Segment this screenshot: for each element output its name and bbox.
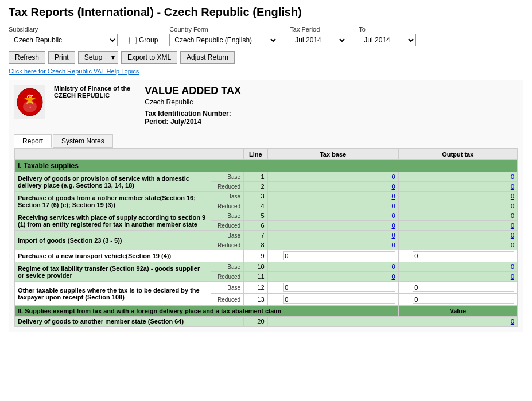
outputtax-12-input[interactable] (413, 283, 514, 292)
country-form-select[interactable]: Czech Republic (English) (169, 34, 278, 46)
section2-header-row: II. Supplies exempt from tax and with a … (15, 306, 518, 317)
print-button[interactable]: Print (48, 51, 75, 64)
table-row: Import of goods (Section 23 (3 - 5)) Bas… (15, 231, 518, 240)
tab-system-notes[interactable]: System Notes (53, 134, 113, 148)
svg-text:⚜: ⚜ (28, 106, 31, 109)
outputtax-13-input[interactable] (413, 295, 514, 304)
tab-content: Line Tax base Output tax I. Taxable supp… (14, 149, 518, 327)
refresh-button[interactable]: Refresh (9, 51, 45, 64)
section1-header-row: I. Taxable supplies (15, 160, 518, 172)
group-checkbox[interactable] (129, 37, 137, 44)
export-to-xml-button[interactable]: Export to XML (121, 51, 177, 64)
country-form-label: Country Form (169, 26, 278, 33)
setup-button[interactable]: Setup (78, 51, 108, 64)
table-row: Other taxable supplies where the tax is … (15, 282, 518, 294)
col-line: Line (244, 149, 267, 160)
subsidiary-label: Subsidiary (9, 26, 118, 33)
help-link[interactable]: Click here for Czech Republic VAT Help T… (9, 68, 139, 75)
table-row: Purchase of goods from a nother member s… (15, 192, 518, 201)
col-taxbase: Tax base (267, 149, 398, 160)
group-label: Group (139, 36, 158, 44)
taxbase-12-input[interactable] (283, 283, 395, 292)
setup-dropdown-arrow[interactable]: ▾ (108, 51, 118, 64)
ministry-logo: CZ ⚜ (14, 85, 45, 119)
col-type (211, 149, 244, 160)
page-title: Tax Reports (International) - Czech Repu… (9, 6, 523, 19)
taxbase-9-input[interactable] (283, 251, 395, 260)
ministry-text: Ministry of Finance of the CZECH REPUBLI… (54, 85, 130, 99)
table-row: Delivery of goods or provision of servic… (15, 172, 518, 182)
adjust-return-button[interactable]: Adjust Return (180, 51, 235, 64)
to-label: To (359, 26, 416, 33)
tax-period-label: Tax Period (290, 26, 347, 33)
tax-period-select[interactable]: Jul 2014 (290, 34, 347, 46)
tabs: Report System Notes (14, 134, 518, 149)
table-row: Receiving services with place of supply … (15, 211, 518, 221)
col-outputtax: Output tax (398, 149, 517, 160)
to-select[interactable]: Jul 2014 (359, 34, 416, 46)
table-row: Regime of tax liability transfer (Sectio… (15, 262, 518, 272)
outputtax-9-input[interactable] (413, 251, 514, 260)
vat-section: VALUE ADDED TAX Czech Republic Tax Ident… (145, 85, 241, 126)
report-table: Line Tax base Output tax I. Taxable supp… (14, 149, 518, 326)
tab-report[interactable]: Report (14, 134, 52, 148)
taxbase-13-input[interactable] (283, 295, 395, 304)
subsidiary-select[interactable]: Czech Republic (9, 34, 118, 46)
table-row: Purchase of a new transport vehicle(Sect… (15, 250, 518, 262)
table-row: Delivery of goods to another member stat… (15, 317, 518, 326)
col-desc (15, 149, 211, 160)
